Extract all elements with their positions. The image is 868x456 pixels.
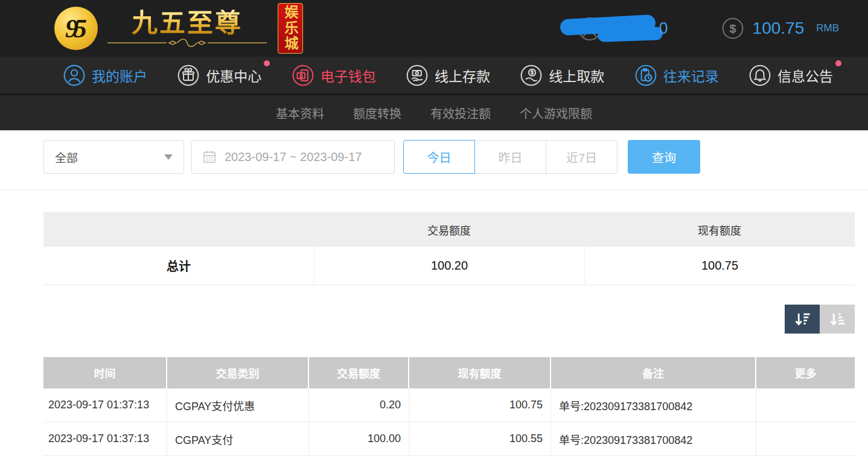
cell-remark: 单号:202309173381700842 [551,422,756,455]
nav-item-label: 优惠中心 [206,65,261,86]
col-header-transaction-amount: 交易额度 [309,357,409,388]
user-circle-icon [63,64,86,87]
main-content: 全部 2023-09-17 ~ 2023-09-17 今日 昨日 近7日 查询 [0,140,868,456]
bell-icon [748,64,771,87]
top-header: 95 九五至尊 娱乐城 0 $ 100.75 RM [0,0,868,57]
selected-type-value: 全部 [55,149,78,165]
cell-type: CGPAY支付优惠 [167,388,309,422]
range-button-yesterday[interactable]: 昨日 [474,140,546,174]
nav-item-online-deposit[interactable]: 线上存款 [406,64,490,87]
nav-item-ewallet[interactable]: $ 电子钱包 [292,64,376,87]
summary-header-current-amount: 现有额度 [584,212,855,247]
summary-table: 交易额度 现有额度 总计 100.20 100.75 [43,212,855,285]
svg-text:$: $ [299,72,302,78]
brand-name: 九五至尊 [132,10,243,37]
range-button-today[interactable]: 今日 [403,140,475,174]
nav-item-label: 线上取款 [549,65,604,86]
cell-current-amount: 100.55 [409,422,551,455]
sub-navigation: 基本资料 额度转换 有效投注额 个人游戏限额 [0,95,868,130]
logo-95-monogram: 95 [54,7,98,50]
col-header-type: 交易类别 [167,357,309,388]
cell-transaction-amount: 100.00 [309,422,409,455]
summary-header-empty [43,212,314,247]
records-table-header: 时间 交易类别 交易额度 现有额度 备注 更多 [43,357,855,388]
calendar-icon [202,149,217,165]
summary-total-label: 总计 [43,247,314,285]
subnav-item-personal-game-limit[interactable]: 个人游戏限额 [520,104,592,122]
records-table: 时间 交易类别 交易额度 现有额度 备注 更多 2023-09-17 01:37… [43,357,855,456]
brand-text-block: 九五至尊 [106,10,268,46]
withdraw-icon: $ [520,64,543,87]
caret-down-icon [164,154,173,160]
username-visible-suffix: 0 [659,19,668,38]
summary-current-amount-value: 100.75 [584,247,855,285]
sort-desc-icon[interactable] [785,305,820,334]
username-area[interactable]: 0 [560,11,684,45]
nav-item-transaction-records[interactable]: 往来记录 [634,64,719,87]
nav-item-label: 线上存款 [435,65,490,86]
cell-more [756,422,855,455]
svg-text:$: $ [729,22,736,35]
summary-table-header: 交易额度 现有额度 [43,212,855,247]
nav-item-label: 电子钱包 [321,65,376,86]
sort-controls [43,305,855,334]
site-logo[interactable]: 95 九五至尊 娱乐城 [54,3,303,54]
balance-display[interactable]: $ 100.75 RMB [721,17,839,40]
subnav-item-quota-transfer[interactable]: 额度转换 [353,104,401,122]
nav-item-announcements[interactable]: 信息公告 [748,64,833,87]
col-header-current-amount: 现有额度 [409,357,551,388]
subnav-item-basic-info[interactable]: 基本资料 [276,104,324,122]
flourish-ornament-icon [106,39,268,47]
transaction-type-select[interactable]: 全部 [43,140,184,174]
quick-range-group: 今日 昨日 近7日 [403,140,617,174]
records-icon [634,64,657,87]
cell-transaction-amount: 0.20 [309,388,409,422]
cell-type: CGPAY支付 [167,422,309,455]
col-header-more: 更多 [756,357,855,388]
svg-text:$: $ [531,69,534,75]
summary-total-row: 总计 100.20 100.75 [43,247,855,285]
wallet-icon: $ [292,64,314,87]
date-range-input[interactable]: 2023-09-17 ~ 2023-09-17 [191,140,395,174]
balance-currency: RMB [816,22,839,34]
notification-dot [264,60,270,66]
dollar-circle-icon: $ [721,17,744,40]
date-range-value: 2023-09-17 ~ 2023-09-17 [225,150,362,164]
sort-asc-icon[interactable] [820,305,855,334]
col-header-time: 时间 [43,357,167,388]
table-row: 2023-09-17 01:37:13 CGPAY支付优惠 0.20 100.7… [43,388,855,422]
nav-item-promotions[interactable]: 优惠中心 [177,64,261,87]
cell-time: 2023-09-17 01:37:13 [43,422,167,455]
gift-icon [177,64,200,87]
balance-amount: 100.75 [753,19,805,38]
cell-time: 2023-09-17 01:37:13 [43,388,167,422]
nav-item-online-withdrawal[interactable]: $ 线上取款 [520,64,604,87]
cell-current-amount: 100.75 [409,388,551,422]
cell-more [756,388,855,422]
cell-remark: 单号:202309173381700842 [551,388,756,422]
summary-transaction-amount-value: 100.20 [314,247,584,285]
main-navigation: 我的账户 优惠中心 $ 电子钱包 [0,57,868,93]
search-button[interactable]: 查询 [628,140,700,174]
summary-header-transaction-amount: 交易额度 [314,212,584,247]
deposit-icon [406,64,429,87]
nav-item-label: 我的账户 [92,65,147,86]
col-header-remark: 备注 [551,357,756,388]
range-button-last7days[interactable]: 近7日 [546,140,617,174]
subnav-item-valid-bets[interactable]: 有效投注额 [430,104,491,122]
table-row: 2023-09-17 01:37:13 CGPAY支付 100.00 100.5… [43,422,855,456]
filter-toolbar: 全部 2023-09-17 ~ 2023-09-17 今日 昨日 近7日 查询 [43,140,855,174]
username-scribble [597,27,663,42]
section-divider [0,189,868,190]
nav-item-label: 往来记录 [663,65,719,86]
notification-dot [835,60,841,66]
brand-suffix-box: 娱乐城 [278,3,303,54]
nav-item-label: 信息公告 [777,65,833,86]
nav-item-my-account[interactable]: 我的账户 [63,64,147,87]
